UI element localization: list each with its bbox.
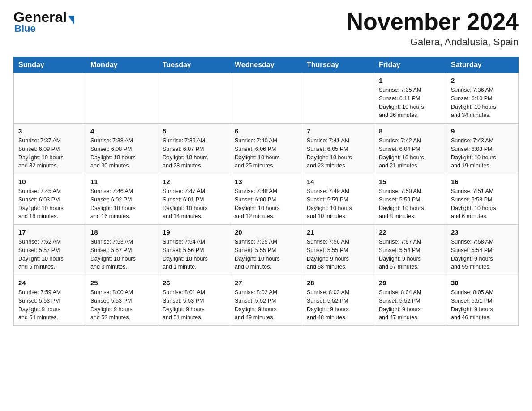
calendar-cell: 27Sunrise: 8:02 AM Sunset: 5:52 PM Dayli… (230, 275, 302, 326)
day-info: Sunrise: 7:49 AM Sunset: 5:59 PM Dayligh… (307, 187, 369, 221)
day-number: 26 (163, 279, 225, 287)
calendar-cell: 20Sunrise: 7:55 AM Sunset: 5:55 PM Dayli… (230, 225, 302, 275)
calendar-cell: 6Sunrise: 7:40 AM Sunset: 6:06 PM Daylig… (230, 124, 302, 174)
day-info: Sunrise: 8:02 AM Sunset: 5:52 PM Dayligh… (235, 288, 297, 322)
day-number: 14 (307, 178, 369, 185)
day-info: Sunrise: 7:56 AM Sunset: 5:55 PM Dayligh… (307, 238, 369, 271)
calendar-cell: 7Sunrise: 7:41 AM Sunset: 6:05 PM Daylig… (302, 124, 374, 174)
day-number: 23 (451, 228, 514, 236)
calendar-cell (158, 73, 230, 124)
calendar-cell: 29Sunrise: 8:04 AM Sunset: 5:52 PM Dayli… (374, 275, 446, 326)
calendar-cell: 25Sunrise: 8:00 AM Sunset: 5:53 PM Dayli… (86, 275, 158, 326)
day-info: Sunrise: 7:41 AM Sunset: 6:05 PM Dayligh… (307, 137, 369, 170)
calendar-cell: 3Sunrise: 7:37 AM Sunset: 6:09 PM Daylig… (14, 124, 86, 174)
day-info: Sunrise: 8:04 AM Sunset: 5:52 PM Dayligh… (379, 288, 442, 322)
calendar-cell (230, 73, 302, 124)
calendar-cell: 4Sunrise: 7:38 AM Sunset: 6:08 PM Daylig… (86, 124, 158, 174)
weekday-header-wednesday: Wednesday (230, 57, 302, 73)
day-number: 18 (90, 228, 153, 236)
calendar-cell: 1Sunrise: 7:35 AM Sunset: 6:11 PM Daylig… (374, 73, 446, 124)
day-number: 29 (379, 279, 442, 287)
calendar-cell: 16Sunrise: 7:51 AM Sunset: 5:58 PM Dayli… (446, 174, 519, 225)
day-number: 10 (18, 178, 81, 185)
week-row-3: 10Sunrise: 7:45 AM Sunset: 6:03 PM Dayli… (14, 174, 519, 225)
day-info: Sunrise: 7:53 AM Sunset: 5:57 PM Dayligh… (90, 238, 153, 271)
day-info: Sunrise: 7:35 AM Sunset: 6:11 PM Dayligh… (379, 86, 442, 120)
day-number: 20 (235, 228, 297, 236)
calendar-cell: 13Sunrise: 7:48 AM Sunset: 6:00 PM Dayli… (230, 174, 302, 225)
day-info: Sunrise: 7:52 AM Sunset: 5:57 PM Dayligh… (18, 238, 81, 271)
calendar-cell: 28Sunrise: 8:03 AM Sunset: 5:52 PM Dayli… (302, 275, 374, 326)
calendar-cell: 5Sunrise: 7:39 AM Sunset: 6:07 PM Daylig… (158, 124, 230, 174)
day-number: 9 (451, 127, 514, 135)
calendar-cell: 11Sunrise: 7:46 AM Sunset: 6:02 PM Dayli… (86, 174, 158, 225)
day-info: Sunrise: 7:58 AM Sunset: 5:54 PM Dayligh… (451, 238, 514, 271)
calendar-cell: 23Sunrise: 7:58 AM Sunset: 5:54 PM Dayli… (446, 225, 519, 275)
calendar-cell (86, 73, 158, 124)
location-title: Galera, Andalusia, Spain (347, 36, 519, 48)
day-number: 21 (307, 228, 369, 236)
calendar-cell: 10Sunrise: 7:45 AM Sunset: 6:03 PM Dayli… (14, 174, 86, 225)
logo-blue-text: Blue (14, 23, 36, 34)
day-number: 16 (451, 178, 514, 185)
calendar-cell: 24Sunrise: 7:59 AM Sunset: 5:53 PM Dayli… (14, 275, 86, 326)
day-number: 2 (451, 77, 514, 84)
weekday-header-tuesday: Tuesday (158, 57, 230, 73)
calendar-cell: 2Sunrise: 7:36 AM Sunset: 6:10 PM Daylig… (446, 73, 519, 124)
calendar-cell: 8Sunrise: 7:42 AM Sunset: 6:04 PM Daylig… (374, 124, 446, 174)
day-info: Sunrise: 7:50 AM Sunset: 5:59 PM Dayligh… (379, 187, 442, 221)
weekday-header-row: SundayMondayTuesdayWednesdayThursdayFrid… (14, 57, 519, 73)
day-number: 4 (90, 127, 153, 135)
day-number: 22 (379, 228, 442, 236)
weekday-header-friday: Friday (374, 57, 446, 73)
day-info: Sunrise: 7:37 AM Sunset: 6:09 PM Dayligh… (18, 137, 81, 170)
day-number: 24 (18, 279, 81, 287)
calendar-cell: 30Sunrise: 8:05 AM Sunset: 5:51 PM Dayli… (446, 275, 519, 326)
weekday-header-saturday: Saturday (446, 57, 519, 73)
logo: General Blue (13, 9, 74, 34)
day-number: 15 (379, 178, 442, 185)
day-info: Sunrise: 7:54 AM Sunset: 5:56 PM Dayligh… (163, 238, 225, 271)
weekday-header-monday: Monday (86, 57, 158, 73)
day-number: 1 (379, 77, 442, 84)
day-info: Sunrise: 7:59 AM Sunset: 5:53 PM Dayligh… (18, 288, 81, 322)
day-info: Sunrise: 8:03 AM Sunset: 5:52 PM Dayligh… (307, 288, 369, 322)
day-info: Sunrise: 7:38 AM Sunset: 6:08 PM Dayligh… (90, 137, 153, 170)
day-info: Sunrise: 7:51 AM Sunset: 5:58 PM Dayligh… (451, 187, 514, 221)
calendar-cell: 26Sunrise: 8:01 AM Sunset: 5:53 PM Dayli… (158, 275, 230, 326)
day-info: Sunrise: 7:57 AM Sunset: 5:54 PM Dayligh… (379, 238, 442, 271)
calendar-cell: 21Sunrise: 7:56 AM Sunset: 5:55 PM Dayli… (302, 225, 374, 275)
day-info: Sunrise: 7:36 AM Sunset: 6:10 PM Dayligh… (451, 86, 514, 120)
day-number: 7 (307, 127, 369, 135)
day-number: 8 (379, 127, 442, 135)
week-row-4: 17Sunrise: 7:52 AM Sunset: 5:57 PM Dayli… (14, 225, 519, 275)
day-info: Sunrise: 8:01 AM Sunset: 5:53 PM Dayligh… (163, 288, 225, 322)
day-info: Sunrise: 7:40 AM Sunset: 6:06 PM Dayligh… (235, 137, 297, 170)
calendar-cell: 14Sunrise: 7:49 AM Sunset: 5:59 PM Dayli… (302, 174, 374, 225)
day-number: 28 (307, 279, 369, 287)
week-row-1: 1Sunrise: 7:35 AM Sunset: 6:11 PM Daylig… (14, 73, 519, 124)
week-row-5: 24Sunrise: 7:59 AM Sunset: 5:53 PM Dayli… (14, 275, 519, 326)
month-title: November 2024 (347, 9, 519, 34)
day-info: Sunrise: 7:39 AM Sunset: 6:07 PM Dayligh… (163, 137, 225, 170)
calendar-cell: 17Sunrise: 7:52 AM Sunset: 5:57 PM Dayli… (14, 225, 86, 275)
day-info: Sunrise: 8:00 AM Sunset: 5:53 PM Dayligh… (90, 288, 153, 322)
day-number: 27 (235, 279, 297, 287)
calendar-table: SundayMondayTuesdayWednesdayThursdayFrid… (13, 57, 519, 326)
logo-triangle-icon (68, 16, 74, 25)
day-info: Sunrise: 7:48 AM Sunset: 6:00 PM Dayligh… (235, 187, 297, 221)
day-number: 11 (90, 178, 153, 185)
day-number: 3 (18, 127, 81, 135)
day-number: 17 (18, 228, 81, 236)
day-info: Sunrise: 7:45 AM Sunset: 6:03 PM Dayligh… (18, 187, 81, 221)
calendar-cell: 12Sunrise: 7:47 AM Sunset: 6:01 PM Dayli… (158, 174, 230, 225)
calendar-cell: 22Sunrise: 7:57 AM Sunset: 5:54 PM Dayli… (374, 225, 446, 275)
week-row-2: 3Sunrise: 7:37 AM Sunset: 6:09 PM Daylig… (14, 124, 519, 174)
day-number: 12 (163, 178, 225, 185)
day-number: 19 (163, 228, 225, 236)
calendar-cell: 15Sunrise: 7:50 AM Sunset: 5:59 PM Dayli… (374, 174, 446, 225)
day-info: Sunrise: 8:05 AM Sunset: 5:51 PM Dayligh… (451, 288, 514, 322)
day-info: Sunrise: 7:42 AM Sunset: 6:04 PM Dayligh… (379, 137, 442, 170)
day-number: 5 (163, 127, 225, 135)
page-header: General Blue November 2024 Galera, Andal… (13, 9, 519, 48)
